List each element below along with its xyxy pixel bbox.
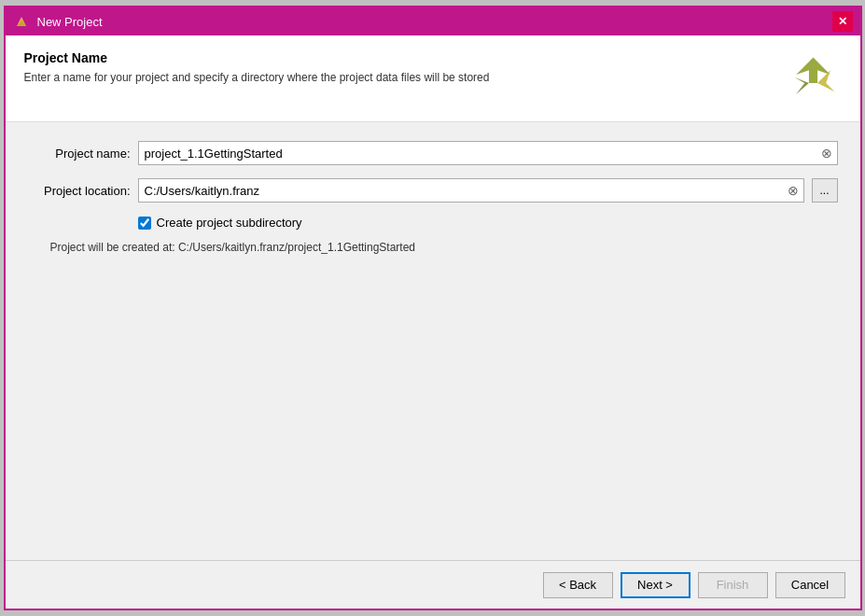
header-description: Enter a name for your project and specif…: [24, 71, 786, 84]
title-bar-left: New Project: [13, 13, 103, 30]
app-icon: [13, 13, 30, 30]
content-area: Project Name Enter a name for your proje…: [6, 35, 860, 560]
header-logo: [786, 50, 842, 106]
project-name-input[interactable]: [139, 142, 816, 164]
project-location-input-wrapper: ⊗: [138, 178, 804, 203]
header-text: Project Name Enter a name for your proje…: [24, 50, 786, 84]
page-title: Project Name: [24, 50, 786, 65]
create-subdirectory-checkbox[interactable]: [138, 217, 151, 230]
header-section: Project Name Enter a name for your proje…: [6, 35, 860, 122]
checkbox-row: Create project subdirectory: [138, 216, 838, 230]
project-location-input[interactable]: [139, 179, 783, 202]
project-name-input-wrapper: ⊗: [138, 141, 838, 165]
close-button[interactable]: ✕: [832, 11, 853, 32]
new-project-window: New Project ✕ Project Name Enter a name …: [4, 6, 862, 610]
browse-button[interactable]: ...: [812, 178, 838, 203]
checkbox-label: Create project subdirectory: [157, 216, 302, 230]
finish-button[interactable]: Finish: [698, 572, 768, 598]
svg-marker-3: [817, 70, 834, 91]
window-title: New Project: [37, 15, 103, 29]
svg-marker-4: [794, 77, 809, 93]
title-bar: New Project ✕: [6, 7, 860, 35]
project-path-info: Project will be created at: C:/Users/kai…: [50, 241, 838, 254]
project-name-label: Project name:: [28, 147, 131, 161]
project-name-row: Project name: ⊗: [28, 141, 838, 165]
form-section: Project name: ⊗ Project location: ⊗ ...: [6, 122, 860, 560]
next-button[interactable]: Next >: [621, 572, 691, 598]
project-location-clear-button[interactable]: ⊗: [783, 180, 803, 201]
cancel-button[interactable]: Cancel: [775, 572, 845, 598]
project-location-label: Project location:: [28, 184, 131, 198]
project-name-clear-button[interactable]: ⊗: [816, 143, 837, 163]
back-button[interactable]: < Back: [543, 572, 613, 598]
project-location-row: Project location: ⊗ ...: [28, 178, 838, 203]
footer-section: < Back Next > Finish Cancel: [6, 560, 860, 609]
